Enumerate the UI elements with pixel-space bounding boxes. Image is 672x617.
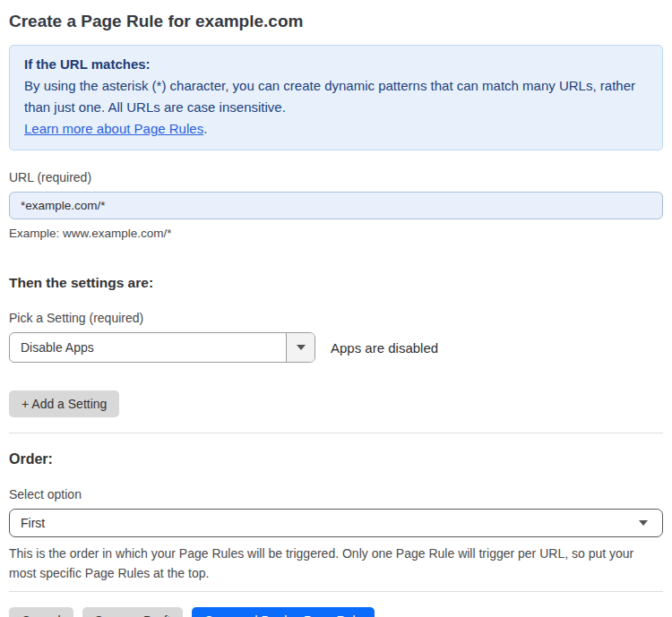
order-helper-text: This is the order in which your Page Rul… bbox=[9, 544, 654, 583]
learn-more-link[interactable]: Learn more about Page Rules bbox=[24, 121, 203, 136]
chevron-down-icon bbox=[639, 520, 648, 526]
setting-picker-label: Pick a Setting (required) bbox=[9, 311, 663, 326]
settings-section-heading: Then the settings are: bbox=[9, 275, 663, 291]
order-select-value: First bbox=[10, 516, 639, 530]
info-box-heading: If the URL matches: bbox=[24, 54, 648, 75]
info-box: If the URL matches: By using the asteris… bbox=[9, 45, 663, 150]
order-section-heading: Order: bbox=[9, 451, 663, 467]
setting-select-value: Disable Apps bbox=[10, 333, 286, 362]
url-label: URL (required) bbox=[9, 170, 663, 185]
footer-actions: Cancel Save as Draft Save and Deploy Pag… bbox=[9, 607, 663, 617]
save-deploy-button[interactable]: Save and Deploy Page Rule bbox=[192, 607, 375, 617]
info-link-suffix: . bbox=[203, 121, 207, 136]
add-setting-button[interactable]: + Add a Setting bbox=[9, 390, 119, 417]
divider bbox=[9, 433, 663, 433]
order-select-label: Select option bbox=[9, 487, 663, 502]
info-box-body: By using the asterisk (*) character, you… bbox=[24, 75, 648, 118]
url-helper-text: Example: www.example.com/* bbox=[9, 224, 663, 243]
url-input[interactable] bbox=[9, 192, 663, 219]
save-draft-button[interactable]: Save as Draft bbox=[82, 607, 184, 617]
info-box-link-line: Learn more about Page Rules. bbox=[24, 118, 648, 140]
divider bbox=[9, 591, 663, 592]
setting-select[interactable]: Disable Apps bbox=[9, 332, 315, 363]
setting-select-row: Disable Apps Apps are disabled bbox=[9, 332, 663, 363]
setting-status-text: Apps are disabled bbox=[331, 340, 438, 356]
page-title: Create a Page Rule for example.com bbox=[9, 11, 663, 32]
order-select[interactable]: First bbox=[9, 509, 663, 537]
cancel-button[interactable]: Cancel bbox=[9, 607, 73, 617]
setting-select-arrow-button[interactable] bbox=[286, 333, 314, 362]
chevron-down-icon bbox=[297, 345, 306, 350]
